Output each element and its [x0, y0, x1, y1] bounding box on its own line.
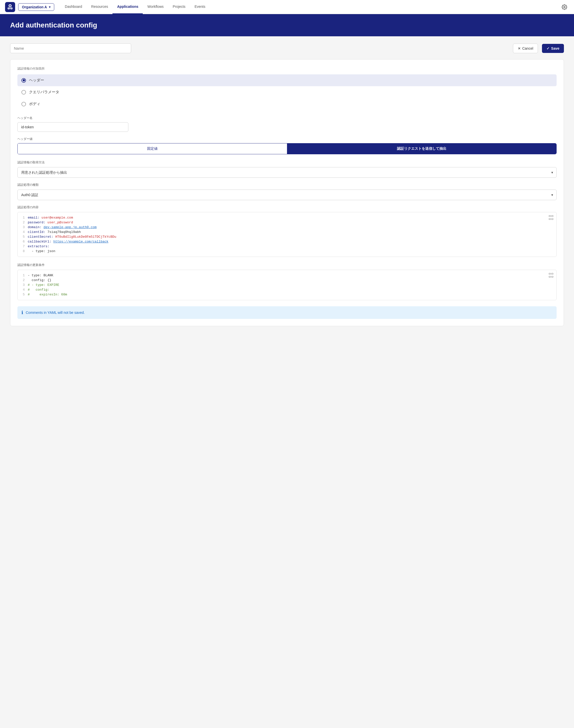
code-line-2: 2 password: user_p@ssword	[19, 220, 555, 225]
radio-header[interactable]: ヘッダー	[17, 74, 557, 86]
expand-icon-2[interactable]	[548, 272, 554, 280]
update-line-3: 3 # - type: EXPIRE	[19, 283, 555, 287]
code-line-8: 8 - type: json	[19, 249, 555, 254]
update-line-1: 1 - type: BLANK	[19, 273, 555, 278]
logo	[5, 2, 15, 12]
svg-rect-7	[549, 219, 550, 220]
cancel-button[interactable]: ✕ Cancel	[513, 44, 538, 53]
gear-icon[interactable]	[560, 3, 569, 12]
svg-rect-8	[551, 219, 553, 220]
auth-type-label: 認証処理の種類	[17, 183, 557, 187]
acquisition-label: 認証情報の取得方法	[17, 160, 557, 165]
header-name-label: ヘッダー名	[17, 116, 557, 120]
auth-content-group: 認証処理の内容 1 email: user@example.com 2 pass…	[17, 205, 557, 257]
header-name-input[interactable]	[17, 122, 128, 132]
location-radio-group: ヘッダー クエリパラメータ ボディ	[17, 74, 557, 110]
radio-body-label: ボディ	[29, 101, 40, 106]
header-value-toggle: 固定値 認証リクエストを送信して抽出	[17, 143, 557, 154]
svg-point-3	[9, 5, 11, 6]
radio-query-label: クエリパラメータ	[29, 90, 59, 94]
save-button[interactable]: ✓ Save	[542, 44, 564, 53]
svg-rect-9	[549, 273, 550, 274]
auth-type-select[interactable]: Auth0 認証	[17, 189, 557, 200]
page-title: Add authentication config	[10, 21, 564, 29]
code-line-5: 5 clientSecret: HT0uBdIlg0LukDe0Fm5lTDCj…	[19, 234, 555, 239]
nav-projects[interactable]: Projects	[168, 0, 190, 14]
auth-content-label: 認証処理の内容	[17, 205, 557, 210]
radio-header-label: ヘッダー	[29, 78, 44, 83]
svg-rect-11	[549, 276, 550, 277]
code-line-3: 3 domain: dev-sample-app.jp.auth0.com	[19, 225, 555, 230]
nav-resources[interactable]: Resources	[87, 0, 113, 14]
info-box: ℹ Comments in YAML will not be saved.	[17, 306, 557, 319]
info-icon: ℹ	[22, 310, 23, 315]
navbar: Organization A ▾ Dashboard Resources App…	[0, 0, 574, 14]
nav-dashboard[interactable]: Dashboard	[60, 0, 87, 14]
svg-rect-10	[551, 273, 553, 274]
svg-rect-12	[551, 276, 553, 277]
update-condition-group: 認証情報の更新条件 1 - type: BLANK 2 config: {} 3…	[17, 263, 557, 300]
page-header: Add authentication config	[0, 14, 574, 36]
main-content: ✕ Cancel ✓ Save 認証情報の付加箇所 ヘッダー クエリパラメータ …	[0, 36, 574, 333]
acquisition-select[interactable]: 用意された認証処理から抽出	[17, 167, 557, 178]
svg-rect-6	[551, 216, 553, 217]
svg-rect-5	[549, 216, 550, 217]
header-value-group: ヘッダー値 固定値 認証リクエストを送信して抽出	[17, 137, 557, 154]
code-line-6: 6 callbackUrl: https://example.com/callb…	[19, 239, 555, 244]
check-icon: ✓	[546, 46, 549, 50]
acquisition-select-wrapper: 用意された認証処理から抽出 ▾	[17, 167, 557, 178]
radio-body-circle	[22, 102, 26, 106]
expand-icon[interactable]	[548, 215, 554, 222]
radio-query[interactable]: クエリパラメータ	[17, 86, 557, 98]
auth-content-editor[interactable]: 1 email: user@example.com 2 password: us…	[17, 212, 557, 257]
svg-point-1	[8, 7, 10, 9]
x-icon: ✕	[518, 46, 521, 50]
form-card: 認証情報の付加箇所 ヘッダー クエリパラメータ ボディ ヘッダー名 ヘッダー値	[10, 59, 564, 326]
nav-links: Dashboard Resources Applications Workflo…	[60, 0, 560, 14]
update-condition-editor[interactable]: 1 - type: BLANK 2 config: {} 3 # - type:…	[17, 270, 557, 300]
header-value-label: ヘッダー値	[17, 137, 557, 141]
update-line-5: 5 # expiresIn: 60m	[19, 292, 555, 297]
nav-applications[interactable]: Applications	[113, 0, 143, 14]
update-line-2: 2 config: {}	[19, 278, 555, 283]
auth-content-body: 1 email: user@example.com 2 password: us…	[18, 212, 556, 257]
toggle-extract[interactable]: 認証リクエストを送信して抽出	[287, 143, 556, 154]
radio-body[interactable]: ボディ	[17, 98, 557, 110]
chevron-down-icon: ▾	[49, 5, 50, 9]
name-input[interactable]	[10, 43, 131, 53]
auth-type-select-wrapper: Auth0 認証 ▾	[17, 189, 557, 200]
svg-point-2	[10, 7, 13, 9]
toggle-fixed[interactable]: 固定値	[18, 143, 287, 154]
radio-query-circle	[22, 90, 26, 94]
update-line-4: 4 # config:	[19, 287, 555, 292]
header-name-group: ヘッダー名	[17, 116, 557, 132]
update-condition-label: 認証情報の更新条件	[17, 263, 557, 267]
code-line-7: 7 extractors:	[19, 244, 555, 249]
org-selector[interactable]: Organization A ▾	[18, 3, 54, 11]
location-label: 認証情報の付加箇所	[17, 67, 557, 71]
code-line-1: 1 email: user@example.com	[19, 215, 555, 220]
nav-workflows[interactable]: Workflows	[143, 0, 168, 14]
org-name: Organization A	[22, 5, 47, 9]
update-content-body: 1 - type: BLANK 2 config: {} 3 # - type:…	[18, 270, 556, 300]
auth-type-group: 認証処理の種類 Auth0 認証 ▾	[17, 183, 557, 200]
code-line-4: 4 clientId: 7siaq79aq0hql9abh	[19, 230, 555, 234]
radio-header-circle	[22, 78, 26, 83]
acquisition-group: 認証情報の取得方法 用意された認証処理から抽出 ▾	[17, 160, 557, 178]
info-message: Comments in YAML will not be saved.	[26, 310, 85, 314]
nav-events[interactable]: Events	[190, 0, 210, 14]
svg-point-4	[564, 6, 565, 8]
top-row: ✕ Cancel ✓ Save	[10, 43, 564, 53]
